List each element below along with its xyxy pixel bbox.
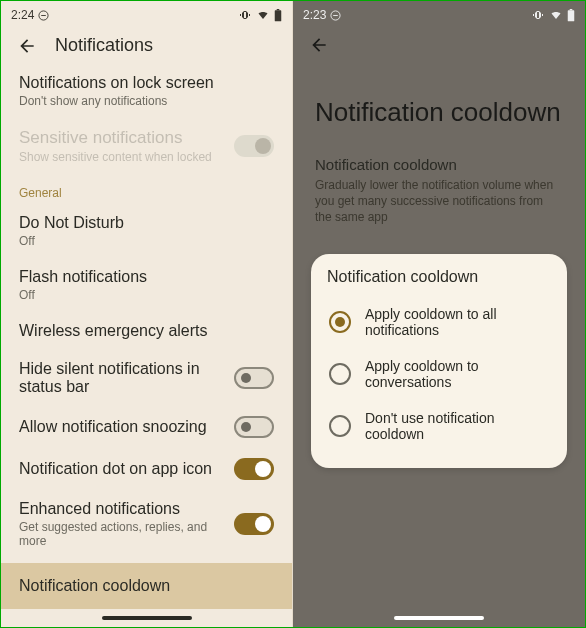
header: Notifications [1,25,292,64]
item-primary: Hide silent notifications in status bar [19,360,224,396]
radio-option[interactable]: Apply cooldown to conversations [327,348,551,400]
item-primary: Notifications on lock screen [19,74,274,92]
svg-rect-8 [568,10,575,21]
settings-item[interactable]: Wireless emergency alerts [1,312,292,350]
settings-item[interactable]: Hide silent notifications in status bar [1,350,292,406]
item-secondary: Get suggested actions, replies, and more [19,520,224,548]
radio-option[interactable]: Apply cooldown to all notifications [327,296,551,348]
radio-icon[interactable] [329,415,351,437]
status-bar: 2:23 [293,1,585,25]
toggle-switch[interactable] [234,416,274,438]
settings-item[interactable]: Notifications on lock screenDon't show a… [1,64,292,118]
item-primary: Do Not Disturb [19,214,274,232]
cooldown-options-popup: Notification cooldown Apply cooldown to … [311,254,567,468]
item-primary: Allow notification snoozing [19,418,224,436]
status-bar: 2:24 [1,1,292,25]
dnd-icon [38,10,49,21]
section-label-general: General [1,174,292,204]
toggle-switch[interactable] [234,367,274,389]
back-icon[interactable] [17,36,37,56]
svg-rect-7 [537,12,540,19]
item-primary: Notification dot on app icon [19,460,224,478]
settings-item[interactable]: Allow notification snoozing [1,406,292,448]
item-secondary: Don't show any notifications [19,94,274,108]
toggle-switch [234,135,274,157]
gesture-bar[interactable] [293,609,585,627]
wifi-icon [256,9,270,21]
toggle-switch[interactable] [234,513,274,535]
item-primary: Enhanced notifications [19,500,224,518]
header [293,25,585,55]
section-subtitle: Notification cooldown [293,138,585,173]
page-title: Notifications [55,35,153,56]
settings-list[interactable]: Notifications on lock screenDon't show a… [1,64,292,609]
back-icon[interactable] [309,35,329,55]
page-title: Notification cooldown [293,55,585,138]
item-secondary: Off [19,234,274,248]
status-time: 2:24 [11,8,34,22]
popup-title: Notification cooldown [327,268,551,286]
radio-label: Apply cooldown to conversations [365,358,549,390]
svg-rect-3 [275,10,282,21]
svg-rect-4 [277,9,280,10]
status-time: 2:23 [303,8,326,22]
item-primary: Wireless emergency alerts [19,322,274,340]
wifi-icon [549,9,563,21]
radio-label: Don't use notification cooldown [365,410,549,442]
battery-icon [567,9,575,22]
radio-icon[interactable] [329,363,351,385]
item-primary: Flash notifications [19,268,274,286]
radio-label: Apply cooldown to all notifications [365,306,549,338]
item-secondary: Show sensitive content when locked [19,150,224,164]
radio-icon[interactable] [329,311,351,333]
settings-notifications-screen: 2:24 Notifications Notifications on lock… [1,1,293,627]
section-description: Gradually lower the notification volume … [293,173,585,226]
settings-item[interactable]: Notification dot on app icon [1,448,292,490]
toggle-switch[interactable] [234,458,274,480]
item-primary: Sensitive notifications [19,128,224,148]
dnd-icon [330,10,341,21]
svg-rect-9 [570,9,573,10]
radio-option[interactable]: Don't use notification cooldown [327,400,551,452]
settings-item[interactable]: Notification cooldown [1,563,292,609]
item-primary: Notification cooldown [19,577,274,595]
settings-item[interactable]: Enhanced notificationsGet suggested acti… [1,490,292,558]
notification-cooldown-screen: 2:23 Notification cooldown Notification … [293,1,585,627]
settings-item[interactable]: Flash notificationsOff [1,258,292,312]
svg-rect-2 [244,12,247,19]
vibrate-icon [531,9,545,21]
gesture-bar[interactable] [1,609,292,627]
battery-icon [274,9,282,22]
settings-item[interactable]: Do Not DisturbOff [1,204,292,258]
item-secondary: Off [19,288,274,302]
settings-item: Sensitive notificationsShow sensitive co… [1,118,292,174]
vibrate-icon [238,9,252,21]
